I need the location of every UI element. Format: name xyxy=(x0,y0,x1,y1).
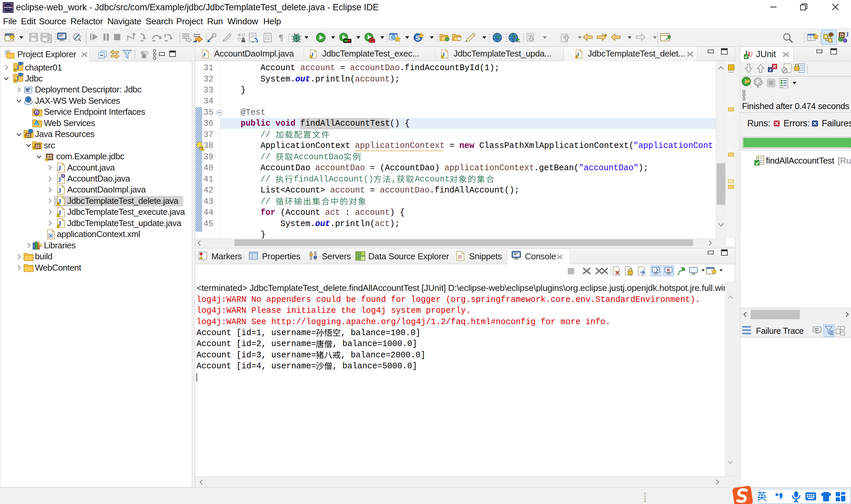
svg-text:3.0: 3.0 xyxy=(25,89,30,92)
svg-text:J: J xyxy=(203,51,206,58)
svg-text:J: J xyxy=(58,187,61,194)
svg-text:U: U xyxy=(748,51,753,58)
svg-text:J: J xyxy=(58,176,61,183)
svg-text:J: J xyxy=(846,32,849,38)
svg-text:J: J xyxy=(22,62,24,65)
svg-text:I: I xyxy=(63,174,64,178)
svg-text:x: x xyxy=(757,84,759,89)
svg-text:J: J xyxy=(58,165,61,172)
svg-text:x: x xyxy=(769,68,772,72)
svg-text:J: J xyxy=(22,73,24,76)
svg-text:¶: ¶ xyxy=(278,34,283,42)
